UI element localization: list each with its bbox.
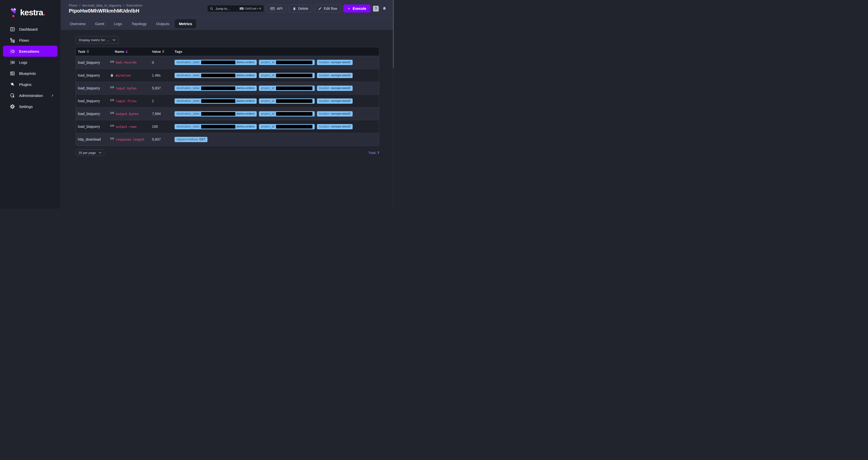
logs-icon [9,60,15,65]
plugins-icon [9,81,15,87]
redacted-value [276,61,312,64]
table-row: http_download123response.length5,837requ… [76,133,379,145]
kestra-logo-text: kestra. [20,8,45,17]
tab-gantt[interactable]: Gantt [91,19,108,28]
administration-icon [9,93,15,98]
metric-name: output.bytes [116,112,138,116]
tag-badge: request.method: GET [175,137,208,142]
search-shortcut: Ctrl/Cmd + K [240,7,261,10]
tag-value: .demo.orders [236,61,255,64]
table-footer: 25 per page Total: 7 [75,150,379,156]
help-icon[interactable]: ? [373,6,379,11]
table-row: load_biqquery123output.bytes7,894destina… [76,107,379,120]
tag-value: europe-west3 [331,86,350,90]
notifications-bell-icon[interactable] [381,5,387,11]
keyboard-icon [240,7,244,10]
sidebar-item-label: Logs [19,60,27,65]
value-cell: 1 [152,99,175,103]
sidebar-item-administration[interactable]: Administration [3,90,58,101]
kestra-logo[interactable]: kestra. [0,0,61,24]
tag-badge: project_id: [259,60,315,65]
value-cell: 5,837 [152,86,175,90]
breadcrumb-item[interactable]: dev.load_data_to_bigquery [82,3,122,7]
tag-badge: project_id: [259,73,315,78]
numeric-icon: 123 [110,125,114,127]
tags-cell: destination_table: .demo.ordersproject_i… [175,98,379,104]
metric-name: response.length [116,138,144,141]
search-input[interactable] [216,7,238,10]
scrollbar-thumb[interactable] [393,0,394,68]
chevron-right-icon [51,94,54,97]
tag-key: project_id: [261,61,276,64]
tab-bar: OverviewGanttLogsTopologyOutputsMetrics [61,17,394,30]
tab-metrics[interactable]: Metrics [175,19,196,28]
tag-value: europe-west3 [331,73,350,77]
tab-outputs[interactable]: Outputs [152,19,174,28]
chevron-down-icon [99,152,101,154]
table-row: load_biqquery123output.rows100destinatio… [76,120,379,133]
api-button[interactable]: API API [267,4,286,12]
tab-overview[interactable]: Overview [66,19,90,28]
sidebar-item-logs[interactable]: Logs [3,57,58,68]
redacted-value [201,73,235,77]
value-cell: 100 [152,125,175,129]
app-window: kestra. Dashboard Flows Executions Logs … [0,0,394,209]
tags-cell: destination_table: .demo.ordersproject_i… [175,73,379,78]
task-cell: http_download [78,137,110,141]
sidebar-item-label: Dashboard [19,27,37,31]
sidebar-item-blueprints[interactable]: Blueprints [3,68,58,79]
sidebar-item-plugins[interactable]: Plugins [3,79,58,90]
sort-icon [162,50,164,53]
sidebar-item-executions[interactable]: Executions [3,46,58,57]
column-header-name[interactable]: Name [110,50,152,54]
column-header-value[interactable]: Value [152,50,175,54]
tag-key: destination_table: [177,86,201,90]
sidebar-item-dashboard[interactable]: Dashboard [3,24,58,35]
numeric-icon: 123 [110,61,114,63]
scrollbar[interactable] [393,0,394,209]
jump-to-search[interactable]: Ctrl/Cmd + K [207,5,264,12]
tag-badge: location: europe-west3 [317,60,352,65]
tag-value: europe-west3 [331,125,350,129]
blueprints-icon [9,71,15,76]
tag-key: location: [319,125,331,129]
tab-logs[interactable]: Logs [110,19,126,28]
delete-button[interactable]: Delete [289,4,312,12]
sidebar-item-flows[interactable]: Flows [3,35,58,46]
tag-key: project_id: [261,99,276,103]
redacted-value [201,86,235,90]
breadcrumb-item[interactable]: Flows [69,3,78,7]
per-page-select[interactable]: 25 per page [75,150,104,156]
sidebar-item-settings[interactable]: Settings [3,101,58,112]
tag-value: europe-west3 [331,99,350,103]
tag-value: GET [199,138,206,141]
page-title: PtpoHw0MhWRkmhMUdnlbH [69,8,143,14]
tag-key: destination_table: [177,73,201,77]
tab-topology[interactable]: Topology [128,19,151,28]
redacted-value [276,112,312,116]
breadcrumb: Flows/dev.load_data_to_bigquery/Executio… [69,3,143,7]
breadcrumb-title-block: Flows/dev.load_data_to_bigquery/Executio… [69,3,143,14]
edit-flow-button[interactable]: Edit flow [314,4,341,12]
column-header-task[interactable]: Task [78,50,110,54]
sidebar-item-label: Flows [19,38,29,42]
breadcrumb-separator: / [80,3,81,7]
tag-value: .demo.orders [236,125,255,129]
tag-badge: project_id: [259,124,315,129]
metric-filter-select[interactable]: Display metric for a sp... [75,36,119,44]
tag-key: project_id: [261,112,276,116]
column-header-tags: Tags [175,50,379,54]
execute-button[interactable]: Execute [343,4,370,12]
metric-name: bad.records [116,61,136,64]
sidebar-item-label: Settings [19,104,33,109]
value-cell: 7,894 [152,112,175,116]
tag-badge: destination_table: .demo.orders [175,111,257,117]
pencil-icon [318,7,322,10]
metric-name: output.rows [116,125,136,129]
redacted-value [201,125,235,129]
tag-badge: destination_table: .demo.orders [175,124,257,129]
name-cell: 123input.bytes [110,86,152,90]
sort-icon [87,50,89,53]
tag-key: project_id: [261,73,276,77]
tag-key: location: [319,73,331,77]
